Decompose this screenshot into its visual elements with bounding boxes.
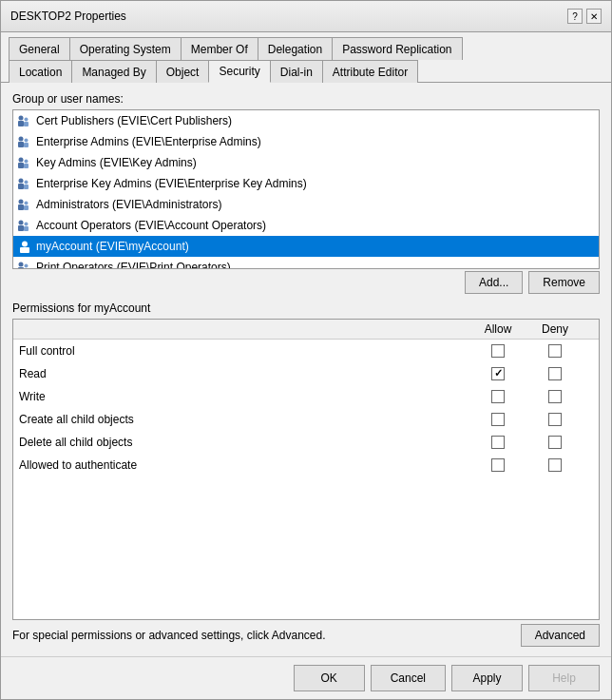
tab-password-replication[interactable]: Password Replication [332,37,462,60]
list-item[interactable]: Administrators (EVIE\Administrators) [13,194,599,215]
help-title-btn[interactable]: ? [567,9,583,24]
remove-button[interactable]: Remove [528,271,600,294]
allow-checkbox[interactable] [491,458,505,472]
advanced-text: For special permissions or advanced sett… [12,629,521,642]
svg-rect-10 [24,164,29,168]
svg-rect-18 [24,205,29,210]
allow-col-header: Allow [469,320,526,340]
svg-rect-14 [24,185,29,189]
properties-window: DESKTOP2 Properties ? ✕ General Operatin… [0,0,612,700]
tab-operating-system[interactable]: Operating System [69,37,182,60]
deny-checkbox[interactable] [548,458,562,472]
deny-checkbox[interactable] [548,413,562,426]
deny-col-header: Deny [526,320,583,340]
ok-button[interactable]: OK [294,665,365,691]
table-row: Delete all child objects [13,431,599,454]
spacer [583,476,599,480]
window-title: DESKTOP2 Properties [10,10,126,23]
permission-name: Write [13,385,469,408]
tab-security[interactable]: Security [208,60,270,83]
spacer [583,385,599,408]
cancel-button[interactable]: Cancel [371,665,446,691]
permissions-table-container: Allow Deny Full control [12,319,600,620]
tab-member-of[interactable]: Member Of [181,37,258,60]
list-item[interactable]: Print Operators (EVIE\Print Operators) [13,257,599,268]
tab-managed-by[interactable]: Managed By [71,60,156,83]
title-bar: DESKTOP2 Properties ? ✕ [1,1,611,32]
allow-checkbox-cell [469,362,526,385]
group-list[interactable]: Cert Publishers (EVIE\Cert Publishers) E… [13,110,599,268]
allow-checkbox-cell [469,408,526,431]
user-group-icon [17,218,32,233]
tab-delegation[interactable]: Delegation [258,37,333,60]
svg-point-19 [25,202,29,205]
user-group-icon [17,197,32,212]
svg-point-1 [19,116,24,121]
add-remove-row: Add... Remove [12,271,600,294]
allow-checkbox-cell [469,431,526,454]
deny-checkbox-cell [526,340,583,362]
spacer [583,340,599,362]
deny-checkbox-cell [526,476,583,480]
allow-checkbox[interactable] [491,436,505,449]
list-item[interactable]: Enterprise Admins (EVIE\Enterprise Admin… [13,131,599,152]
tab-location[interactable]: Location [9,60,72,83]
tab-general[interactable]: General [9,37,70,60]
deny-checkbox[interactable] [548,367,562,380]
deny-checkbox[interactable] [548,436,562,449]
permissions-table: Allow Deny Full control [13,320,599,479]
user-group-icon [17,155,32,170]
svg-point-7 [25,139,29,143]
tab-attribute-editor[interactable]: Attribute Editor [322,60,418,83]
permission-name: Delete all child objects [13,431,469,454]
deny-checkbox[interactable] [548,390,562,403]
svg-rect-16 [18,204,24,210]
advanced-row: For special permissions or advanced sett… [12,624,600,647]
svg-point-25 [22,242,28,247]
allow-checkbox[interactable] [491,390,505,403]
deny-checkbox-cell [526,385,583,408]
user-group-icon [17,260,32,268]
tabs-bottom-row: Location Managed By Object Security Dial… [1,59,611,82]
list-item[interactable]: Enterprise Key Admins (EVIE\Enterprise K… [13,173,599,194]
allow-checkbox-cell [469,454,526,476]
tab-dial-in[interactable]: Dial-in [270,60,323,83]
add-button[interactable]: Add... [465,271,523,294]
svg-point-11 [25,160,29,164]
list-item[interactable]: Account Operators (EVIE\Account Operator… [13,215,599,236]
svg-point-27 [19,262,24,267]
table-row: Read [13,362,599,385]
svg-rect-22 [24,226,29,231]
spacer [583,408,599,431]
svg-point-3 [25,118,29,122]
allow-checkbox-cell [469,385,526,408]
svg-point-29 [25,264,29,268]
permission-name: Allowed to authenticate [13,454,469,476]
deny-checkbox[interactable] [548,344,562,358]
help-button[interactable]: Help [528,665,600,691]
svg-rect-6 [24,143,29,147]
table-row: Full control [13,340,599,362]
permissions-scroll[interactable]: Allow Deny Full control [13,320,599,479]
user-group-icon [17,113,32,128]
apply-button[interactable]: Apply [451,665,523,691]
svg-rect-12 [18,184,24,189]
allow-checkbox[interactable] [491,367,505,380]
allow-checkbox[interactable] [491,413,505,426]
permission-name: Read [13,362,469,385]
advanced-button[interactable]: Advanced [521,624,600,647]
list-item[interactable]: Cert Publishers (EVIE\Cert Publishers) [13,110,599,131]
table-row: Allowed to authenticate [13,454,599,476]
svg-rect-26 [18,267,24,268]
list-item-selected[interactable]: myAccount (EVIE\myAccount) [13,236,599,257]
deny-checkbox-cell [526,362,583,385]
svg-rect-8 [18,163,24,168]
group-label: Group or user names: [12,92,600,106]
scroll-spacer [583,320,599,340]
table-row: Change password [13,476,599,480]
list-item[interactable]: Key Admins (EVIE\Key Admins) [13,152,599,173]
tab-object[interactable]: Object [156,60,210,83]
close-title-btn[interactable]: ✕ [586,9,602,24]
user-group-icon [17,176,32,191]
allow-checkbox[interactable] [491,344,505,358]
